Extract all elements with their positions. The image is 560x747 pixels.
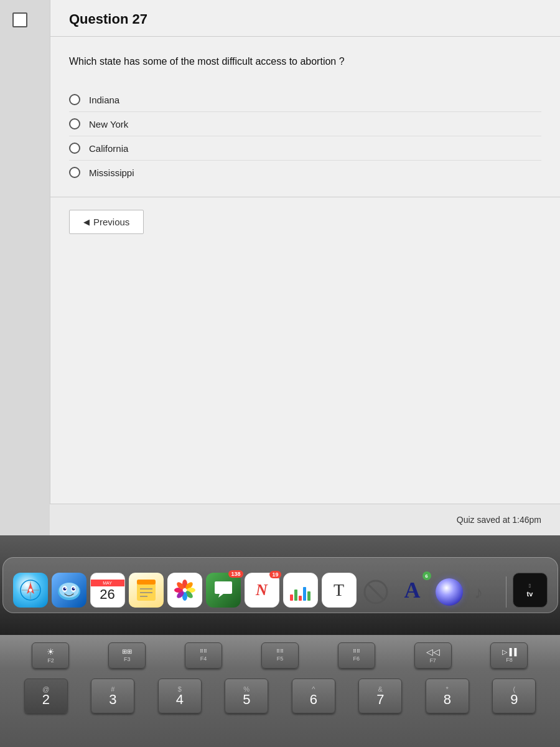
option-label-4: Mississippi [89,167,134,178]
dock-item-appletv[interactable]:  tv [513,573,548,608]
previous-button-label: Previous [93,217,129,227]
quiz-container: Question 27 Which state has some of the … [50,0,560,535]
chart-bar-3 [299,596,302,601]
f2-label: F2 [47,657,54,664]
chart-bar-1 [290,594,293,601]
key-3[interactable]: # 3 [91,679,134,713]
key-7[interactable]: & 7 [358,679,402,713]
key-f5[interactable]: ⠿⠿ F5 [261,642,299,669]
key-4[interactable]: $ 4 [158,679,202,713]
question-body: Which state has some of the most difficu… [50,37,560,197]
calendar-month: MAY [91,580,124,586]
f6-symbol-icon: ⠿⠿ [353,649,360,654]
dock-item-finder[interactable] [52,573,86,608]
key-f7[interactable]: ◁◁ F7 [414,642,452,669]
svg-line-27 [368,584,384,600]
key-f2[interactable]: ☀ F2 [32,642,69,669]
f8-label: F8 [506,657,513,663]
question-header: Question 27 [50,0,560,37]
key-f4[interactable]: ⠿⠿ F4 [185,642,222,669]
key-f8[interactable]: ▷▐▐ F8 [490,642,528,669]
saved-bar: Quiz saved at 1:46pm [50,504,560,535]
chart-bar-5 [307,591,310,601]
key-f3[interactable]: ⊞⊞ F3 [108,642,146,669]
key-6-main: 6 [310,693,317,707]
dock-separator [506,576,506,608]
dock-item-safari[interactable] [13,573,48,608]
dock-item-notes[interactable] [129,573,164,608]
dock-area: MAY 26 [0,535,560,635]
keyboard-num-row: @ 2 # 3 $ 4 % 5 ^ 6 & 7 * 8 ( 9 [0,669,560,713]
checkbox-area [0,0,50,40]
key-3-main: 3 [109,693,116,707]
key-9[interactable]: ( 9 [492,679,536,713]
option-label-2: New York [89,119,128,129]
key-8-main: 8 [444,693,451,707]
dock-item-music[interactable]: ♪ [469,576,500,608]
dock-item-calendar[interactable]: MAY 26 [90,573,125,608]
svg-text:♪: ♪ [474,583,483,602]
f6-label: F6 [353,655,360,662]
appletv-apple-icon:  [529,583,531,589]
radio-circle-3[interactable] [69,143,80,154]
dock: MAY 26 [2,557,558,613]
dock-item-type[interactable]: T [322,573,357,608]
svg-point-11 [65,588,66,589]
dock-item-photos[interactable] [167,573,202,608]
option-item-4[interactable]: Mississippi [69,161,541,184]
key-4-main: 4 [176,693,184,707]
chart-bar-2 [294,590,297,601]
a-badge: 6 [422,571,431,580]
news-icon-letter: N [256,581,268,599]
svg-rect-14 [137,580,156,585]
key-5[interactable]: % 5 [225,679,268,713]
option-item-3[interactable]: California [69,136,541,161]
prev-arrow-icon: ◀ [83,217,90,227]
appletv-label: tv [527,590,533,598]
radio-circle-2[interactable] [69,118,80,129]
previous-button[interactable]: ◀ Previous [69,210,144,234]
f3-label: F3 [124,656,131,662]
option-label-3: California [89,143,128,154]
siri-orb-icon [436,578,463,606]
svg-point-9 [63,588,66,591]
checkbox-icon[interactable] [12,12,27,27]
key-8[interactable]: * 8 [426,679,469,713]
key-2[interactable]: @ 2 [24,679,68,713]
key-7-main: 7 [376,693,384,707]
dock-item-siri[interactable] [434,576,465,608]
radio-circle-1[interactable] [69,94,80,105]
f7-symbol-icon: ◁◁ [426,647,440,656]
radio-circle-4[interactable] [69,167,80,178]
f2-symbol-icon: ☀ [47,647,55,656]
key-2-main: 2 [42,693,50,707]
dock-item-a[interactable]: A 6 [395,573,430,608]
option-item-2[interactable]: New York [69,112,541,136]
sidebar [0,0,50,535]
a-icon: A [404,577,421,603]
f3-symbol-icon: ⊞⊞ [122,649,132,655]
keyboard-fn-row: ☀ F2 ⊞⊞ F3 ⠿⠿ F4 ⠿⠿ F5 ⠿⠿ F6 ◁◁ F7 ▷▐▐ F… [0,635,560,669]
options-list: Indiana New York California Mississippi [69,88,541,184]
dock-item-news[interactable]: N 19 [245,573,279,608]
f4-symbol-icon: ⠿⠿ [200,649,207,654]
f5-symbol-icon: ⠿⠿ [276,649,284,654]
navigation-area: ◀ Previous [50,197,560,247]
dock-item-messages[interactable]: 138 [206,573,241,608]
svg-point-12 [73,588,75,589]
dock-item-mail[interactable] [283,573,318,608]
f4-label: F4 [200,655,207,662]
dock-item-blocked[interactable] [360,576,391,608]
type-icon: T [334,580,344,600]
saved-status-text: Quiz saved at 1:46pm [457,515,541,525]
chart-bar-4 [303,587,306,601]
news-badge: 19 [269,571,281,578]
key-f6[interactable]: ⠿⠿ F6 [338,642,375,669]
question-title: Question 27 [69,11,541,27]
chart-icon [287,585,313,603]
option-item-1[interactable]: Indiana [69,88,541,112]
keyboard-area: ☀ F2 ⊞⊞ F3 ⠿⠿ F4 ⠿⠿ F5 ⠿⠿ F6 ◁◁ F7 ▷▐▐ F… [0,635,560,747]
option-label-1: Indiana [89,95,119,105]
key-6[interactable]: ^ 6 [292,679,335,713]
question-text: Which state has some of the most difficu… [69,54,541,69]
